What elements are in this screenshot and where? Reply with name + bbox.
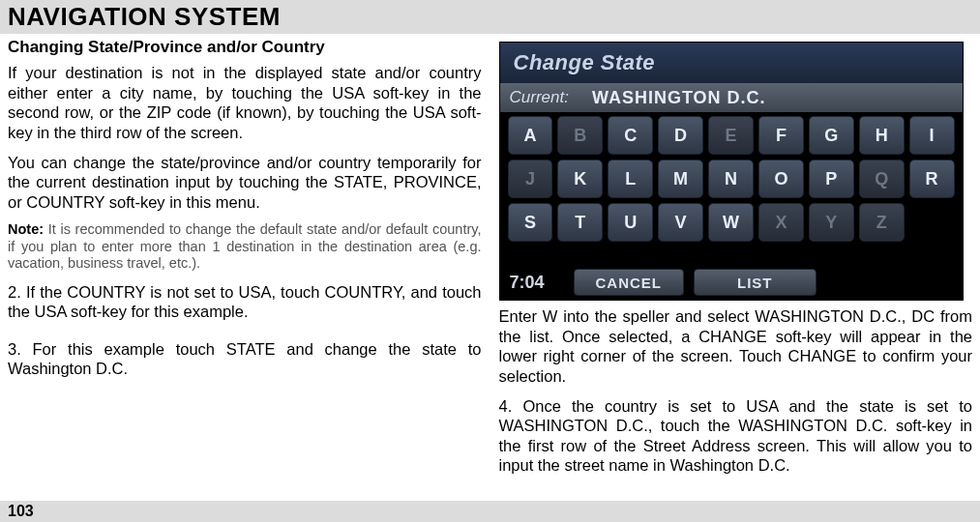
paragraph: If your destination is not in the displa… [8, 63, 482, 143]
nav-key-a[interactable]: A [508, 116, 553, 155]
nav-key-m[interactable]: M [658, 160, 703, 198]
nav-key-y: Y [809, 203, 854, 242]
right-column: Change State Current: WASHINGTON D.C. A … [499, 34, 973, 485]
nav-key-i[interactable]: I [909, 116, 955, 155]
paragraph: 4. Once the country is set to USA and th… [499, 396, 973, 477]
paragraph: Enter W into the speller and select WASH… [499, 306, 973, 387]
title-bar: NAVIGATION SYSTEM [0, 0, 980, 34]
nav-key-j: J [508, 160, 553, 198]
nav-current-label: Current: [510, 88, 569, 107]
nav-current-value: WASHINGTON D.C. [592, 88, 766, 108]
nav-current-bar: Current: WASHINGTON D.C. [500, 83, 963, 112]
nav-key-r[interactable]: R [909, 160, 955, 198]
page-title: NAVIGATION SYSTEM [8, 2, 972, 32]
nav-keyboard-row: S T U V W X Y Z [508, 203, 955, 242]
nav-key-n[interactable]: N [708, 160, 754, 198]
nav-key-h[interactable]: H [859, 116, 905, 155]
nav-key-b: B [557, 116, 603, 155]
nav-key-z: Z [859, 203, 905, 242]
manual-page: NAVIGATION SYSTEM Changing State/Provinc… [0, 0, 980, 522]
note-label: Note: [8, 221, 44, 237]
content-columns: Changing State/Province and/or Country I… [0, 34, 980, 485]
nav-key-k[interactable]: K [557, 160, 603, 198]
nav-key-d[interactable]: D [658, 116, 703, 155]
nav-key-q: Q [859, 160, 905, 198]
nav-screen-header: Change State [500, 43, 963, 83]
nav-key-e: E [708, 116, 754, 155]
nav-keyboard: A B C D E F G H I J K [508, 116, 955, 246]
nav-key-l[interactable]: L [608, 160, 653, 198]
nav-bottom-bar: 7:04 CANCEL LIST [500, 265, 963, 300]
note-body: It is recommended to change the default … [8, 221, 482, 271]
nav-key-u[interactable]: U [608, 203, 653, 242]
nav-screenshot: Change State Current: WASHINGTON D.C. A … [499, 42, 973, 301]
nav-key-o[interactable]: O [758, 160, 804, 198]
paragraph: You can change the state/province and/or… [8, 153, 482, 213]
nav-keyboard-row: A B C D E F G H I [508, 116, 955, 155]
nav-key-c[interactable]: C [608, 116, 653, 155]
paragraph: 2. If the COUNTRY is not set to USA, tou… [8, 282, 482, 322]
nav-keyboard-row: J K L M N O P Q R [508, 160, 955, 198]
nav-cancel-button[interactable]: CANCEL [574, 269, 685, 296]
nav-key-w[interactable]: W [708, 203, 754, 242]
section-subhead: Changing State/Province and/or Country [8, 38, 482, 57]
nav-key-t[interactable]: T [557, 203, 603, 242]
nav-key-f[interactable]: F [758, 116, 804, 155]
nav-key-v[interactable]: V [658, 203, 703, 242]
nav-screen: Change State Current: WASHINGTON D.C. A … [499, 42, 964, 301]
nav-key-g[interactable]: G [809, 116, 854, 155]
nav-key-p[interactable]: P [809, 160, 854, 198]
left-column: Changing State/Province and/or Country I… [8, 34, 482, 485]
nav-screen-title: Change State [514, 50, 656, 75]
paragraph: 3. For this example touch STATE and chan… [8, 339, 482, 379]
page-number: 103 [0, 501, 980, 522]
nav-list-button[interactable]: LIST [694, 269, 817, 296]
nav-clock: 7:04 [510, 273, 564, 293]
nav-key-s[interactable]: S [508, 203, 553, 242]
nav-key-x: X [758, 203, 804, 242]
note-paragraph: Note: It is recommended to change the de… [8, 221, 482, 272]
